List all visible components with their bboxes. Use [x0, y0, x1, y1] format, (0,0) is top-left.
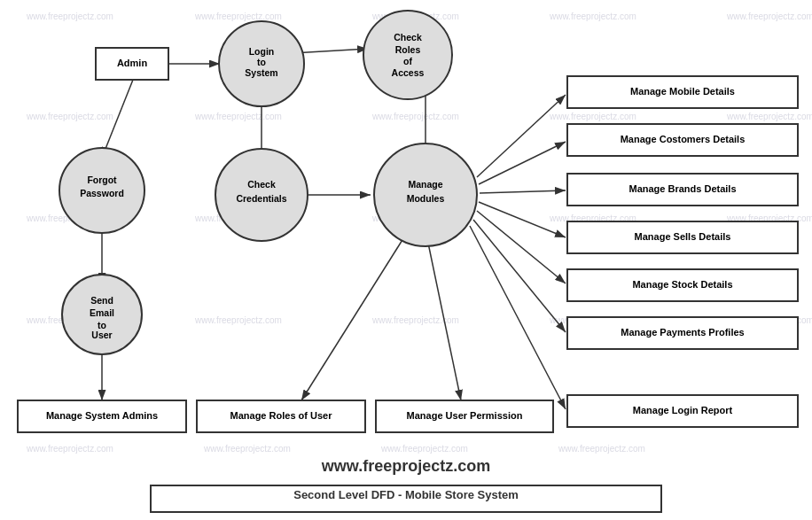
diagram-title: Second Level DFD - Mobile Store System: [293, 488, 519, 501]
manage-user-perm-label: Manage User Permission: [407, 410, 523, 421]
check-roles-label-4: Access: [392, 67, 425, 78]
arrow-manage-payments: [473, 220, 566, 332]
manage-brands-label: Manage Brands Details: [629, 183, 736, 194]
arrow-manage-mobile: [477, 95, 566, 177]
watermark-5: www.freeprojectz.com: [726, 12, 812, 21]
login-label-3: System: [245, 67, 277, 78]
arrow-manage-brands: [480, 190, 566, 193]
diagram-container: www.freeprojectz.com www.freeprojectz.co…: [0, 0, 812, 520]
forgot-label-2: Password: [80, 188, 124, 198]
watermark-9: www.freeprojectz.com: [549, 112, 636, 121]
watermark-bottom-3: www.freeprojectz.com: [380, 444, 468, 454]
admin-label: Admin: [117, 58, 148, 68]
website-footer: www.freeprojectz.com: [321, 457, 490, 475]
arrow-manage-stock: [477, 211, 566, 283]
watermark-17: www.freeprojectz.com: [194, 315, 282, 325]
check-roles-label-2: Roles: [395, 44, 421, 55]
login-label-2: to: [257, 57, 266, 67]
arrow-manage-userperm: [426, 230, 461, 400]
watermark-2: www.freeprojectz.com: [194, 12, 282, 21]
manage-modules-label-1: Manage: [408, 179, 442, 190]
manage-customers-label: Manage Costomers Details: [621, 134, 746, 144]
manage-mobile-label: Manage Mobile Details: [630, 86, 735, 97]
send-email-label-1: Send: [90, 295, 113, 306]
send-email-label-2: Email: [90, 307, 114, 318]
diagram-svg: www.freeprojectz.com www.freeprojectz.co…: [0, 0, 812, 520]
manage-modules-label-2: Modules: [407, 193, 445, 204]
watermark-bottom-4: www.freeprojectz.com: [558, 444, 645, 454]
login-label-1: Login: [249, 46, 275, 57]
watermark-7: www.freeprojectz.com: [194, 112, 282, 121]
watermark-18: www.freeprojectz.com: [371, 315, 459, 325]
watermark-4: www.freeprojectz.com: [549, 12, 636, 21]
watermark-6: www.freeprojectz.com: [26, 112, 113, 121]
watermark-8: www.freeprojectz.com: [371, 112, 459, 121]
check-cred-label-1: Check: [247, 179, 276, 190]
check-roles-label-3: of: [403, 56, 412, 66]
arrow-manage-roles: [301, 229, 410, 400]
arrow-manage-sells: [479, 202, 566, 237]
watermark-1: www.freeprojectz.com: [26, 12, 113, 21]
check-roles-node: [363, 11, 452, 99]
watermark-bottom-1: www.freeprojectz.com: [26, 444, 113, 454]
check-roles-label-1: Check: [394, 32, 422, 43]
forgot-label-1: Forgot: [87, 175, 117, 185]
watermark-10: www.freeprojectz.com: [726, 112, 812, 121]
manage-roles-label: Manage Roles of User: [230, 410, 333, 421]
arrow-admin-forgot: [102, 80, 133, 158]
watermark-bottom-2: www.freeprojectz.com: [203, 444, 291, 454]
manage-payments-label: Manage Payments Profiles: [621, 327, 744, 338]
arrow-login-checkroles: [293, 49, 368, 53]
arrow-manage-loginreport: [470, 226, 566, 409]
check-cred-label-2: Credentials: [236, 193, 286, 204]
manage-stock-label: Manage Stock Details: [632, 279, 732, 290]
manage-sells-label: Manage Sells Details: [635, 231, 731, 242]
manage-sys-admins-label: Manage System Admins: [46, 410, 158, 421]
send-email-label-4: User: [91, 330, 112, 340]
manage-login-report-label: Manage Login Report: [633, 405, 733, 415]
